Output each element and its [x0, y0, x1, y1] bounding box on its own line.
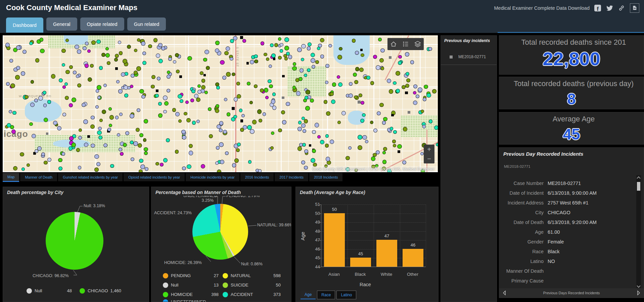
map-dot-turquoise-circle[interactable]: [434, 125, 438, 130]
map-dot-lavender-circle[interactable]: [362, 135, 367, 140]
map-dot-olive-circle[interactable]: [421, 110, 424, 113]
map-dot-pale-lavender-circle[interactable]: [341, 111, 346, 116]
map-dot-olive-circle[interactable]: [432, 89, 436, 93]
map-dot-pale-lavender-circle[interactable]: [373, 128, 377, 133]
map-dot-turquoise-circle[interactable]: [110, 164, 114, 168]
map-dot-black-square[interactable]: [309, 144, 311, 147]
map-dot-lavender-circle[interactable]: [78, 136, 82, 140]
map-dot-lavender-circle[interactable]: [127, 86, 131, 89]
map-dot-lavender-circle[interactable]: [30, 103, 35, 107]
map-dot-olive-circle[interactable]: [297, 146, 302, 151]
map-dot-olive-circle[interactable]: [389, 89, 394, 94]
map-dot-olive-circle[interactable]: [91, 40, 96, 45]
map-dot-turquoise-circle[interactable]: [436, 143, 438, 147]
bar-black[interactable]: [350, 258, 371, 267]
map-dot-turquoise-circle[interactable]: [317, 47, 320, 50]
map-dot-lavender-circle[interactable]: [286, 102, 290, 106]
map-dot-lavender-circle[interactable]: [304, 149, 308, 153]
map-dot-olive-circle[interactable]: [27, 163, 30, 167]
map-dot-lime-circle[interactable]: [382, 160, 387, 164]
map-dot-turquoise-circle[interactable]: [158, 59, 163, 63]
map-dot-turquoise-circle[interactable]: [298, 121, 302, 124]
map-dot-olive-circle[interactable]: [234, 158, 239, 163]
map-dot-lavender-circle[interactable]: [250, 60, 254, 64]
map-dot-olive-circle[interactable]: [201, 79, 205, 83]
map-dot-turquoise-circle[interactable]: [191, 89, 195, 93]
map-dot-turquoise-circle[interactable]: [158, 102, 162, 106]
map-dot-pale-lavender-circle[interactable]: [156, 53, 160, 58]
map-dot-pale-lavender-circle[interactable]: [272, 106, 277, 110]
map-dot-olive-circle[interactable]: [359, 68, 364, 72]
map-dot-lavender-circle[interactable]: [140, 164, 145, 169]
map-dot-lavender-circle[interactable]: [96, 162, 100, 166]
map-dot-lavender-circle[interactable]: [423, 98, 426, 101]
map-dot-olive-circle[interactable]: [186, 118, 191, 122]
map-dot-black-square[interactable]: [360, 49, 363, 51]
map-dot-olive-circle[interactable]: [65, 70, 70, 74]
map-dot-turquoise-circle[interactable]: [331, 100, 335, 104]
map-dot-lavender-circle[interactable]: [303, 129, 306, 133]
map-dot-lime-circle[interactable]: [271, 131, 275, 135]
map-dot-olive-circle[interactable]: [94, 167, 99, 172]
map-dot-turquoise-circle[interactable]: [59, 78, 63, 82]
map-dot-pale-lavender-circle[interactable]: [118, 41, 121, 44]
map-dot-lavender-circle[interactable]: [141, 41, 145, 45]
map-dot-lime-circle[interactable]: [312, 149, 316, 153]
map-dot-turquoise-circle[interactable]: [325, 134, 329, 138]
map-dot-pale-lavender-circle[interactable]: [215, 161, 219, 165]
map-dot-lavender-circle[interactable]: [83, 46, 86, 50]
map-dot-olive-circle[interactable]: [326, 111, 330, 116]
map-dot-lime-circle[interactable]: [310, 99, 314, 103]
map-dot-olive-circle[interactable]: [361, 53, 364, 57]
map-dot-lavender-circle[interactable]: [94, 154, 99, 159]
map-dot-olive-circle[interactable]: [15, 75, 19, 79]
map-dot-olive-circle[interactable]: [281, 110, 285, 114]
chart-tab-age[interactable]: Age: [301, 291, 316, 299]
link-icon[interactable]: [618, 4, 625, 12]
map-dot-lavender-circle[interactable]: [402, 160, 406, 164]
map-dot-magenta-circle[interactable]: [220, 60, 225, 65]
map-dot-magenta-circle[interactable]: [62, 85, 66, 89]
map-dot-olive-circle[interactable]: [259, 119, 262, 122]
map-dot-dark-olive-circle[interactable]: [355, 67, 360, 71]
map-dot-lavender-circle[interactable]: [420, 152, 424, 155]
map-dot-black-square[interactable]: [179, 75, 182, 78]
map-dot-olive-circle[interactable]: [402, 85, 406, 89]
map-dot-lavender-circle[interactable]: [95, 105, 99, 109]
map-dot-olive-circle[interactable]: [226, 72, 231, 77]
map-dot-olive-circle[interactable]: [396, 71, 400, 76]
map-dot-lavender-circle[interactable]: [215, 48, 219, 53]
map-dot-olive-circle[interactable]: [330, 92, 334, 96]
map-dot-olive-circle[interactable]: [224, 51, 229, 55]
map-dot-dark-olive-circle[interactable]: [143, 138, 147, 142]
map-dot-turquoise-circle[interactable]: [406, 72, 409, 76]
map-dot-lavender-circle[interactable]: [326, 157, 330, 161]
map-dot-magenta-circle[interactable]: [190, 99, 194, 102]
map-dot-lavender-circle[interactable]: [428, 47, 432, 51]
map-dot-turquoise-circle[interactable]: [362, 113, 366, 117]
map-dot-lavender-circle[interactable]: [380, 48, 385, 53]
map-dot-turquoise-circle[interactable]: [12, 111, 16, 115]
map-dot-lime-circle[interactable]: [144, 119, 148, 123]
map-dot-lavender-circle[interactable]: [142, 51, 146, 55]
map-dot-olive-circle[interactable]: [215, 109, 220, 113]
map-dot-turquoise-circle[interactable]: [305, 96, 308, 100]
map-view-tab-2017-incidents[interactable]: 2017 Incidents: [275, 173, 308, 181]
map-dot-dark-olive-circle[interactable]: [88, 77, 92, 82]
zoom-in-button[interactable]: +: [424, 145, 434, 154]
map-dot-lime-circle[interactable]: [40, 38, 44, 42]
map-dot-turquoise-circle[interactable]: [426, 93, 431, 98]
map-dot-turquoise-circle[interactable]: [68, 146, 73, 151]
map-dot-olive-circle[interactable]: [406, 78, 410, 82]
map-dot-lavender-circle[interactable]: [263, 112, 266, 116]
map-dot-black-square[interactable]: [203, 74, 206, 77]
map-dot-lavender-circle[interactable]: [137, 108, 140, 112]
map-dot-turquoise-circle[interactable]: [155, 94, 159, 98]
map-dot-lime-circle[interactable]: [187, 56, 192, 61]
map-dot-lavender-circle[interactable]: [158, 43, 163, 47]
map-dot-lime-circle[interactable]: [139, 133, 143, 137]
nav-tab-general[interactable]: General: [46, 17, 77, 31]
map-dot-lime-circle[interactable]: [215, 41, 220, 45]
export-image-icon[interactable]: [630, 3, 639, 13]
map-dot-olive-circle[interactable]: [278, 128, 282, 132]
